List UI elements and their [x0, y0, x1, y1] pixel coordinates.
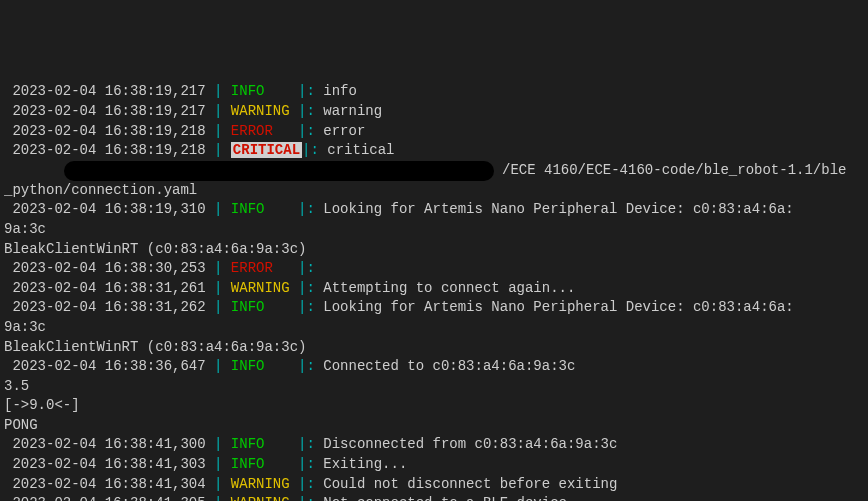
level-padding	[264, 83, 298, 99]
separator: |:	[298, 201, 323, 217]
log-message: Not connected to a BLE device	[323, 495, 567, 501]
separator: |	[206, 299, 231, 315]
log-line: 2023-02-04 16:38:31,262 | INFO |: Lookin…	[4, 298, 864, 318]
separator: |	[206, 358, 231, 374]
separator: |:	[298, 436, 323, 452]
separator: |:	[298, 280, 323, 296]
level-padding	[290, 103, 298, 119]
timestamp: 2023-02-04 16:38:36,647	[4, 358, 206, 374]
timestamp: 2023-02-04 16:38:41,304	[4, 476, 206, 492]
timestamp: 2023-02-04 16:38:19,217	[4, 83, 206, 99]
log-level: INFO	[231, 436, 265, 452]
level-padding	[264, 201, 298, 217]
separator: |:	[298, 456, 323, 472]
log-message: error	[323, 123, 365, 139]
separator: |:	[302, 142, 327, 158]
separator: |:	[298, 299, 323, 315]
log-line: 2023-02-04 16:38:19,217 | WARNING |: war…	[4, 102, 864, 122]
log-message: Looking for Artemis Nano Peripheral Devi…	[323, 201, 793, 217]
separator: |	[206, 495, 231, 501]
log-line: 2023-02-04 16:38:19,218 | ERROR |: error	[4, 122, 864, 142]
separator: |	[206, 83, 231, 99]
log-continuation: 3.5	[4, 377, 864, 397]
log-line: 2023-02-04 16:38:41,300 | INFO |: Discon…	[4, 435, 864, 455]
log-message: Exiting...	[323, 456, 407, 472]
terminal-output: 2023-02-04 16:38:19,217 | INFO |: info 2…	[4, 82, 864, 501]
separator: |:	[298, 83, 323, 99]
log-level: WARNING	[231, 103, 290, 119]
log-line: 2023-02-04 16:38:31,261 | WARNING |: Att…	[4, 279, 864, 299]
log-level: ERROR	[231, 260, 273, 276]
log-message: Looking for Artemis Nano Peripheral Devi…	[323, 299, 793, 315]
log-level: WARNING	[231, 476, 290, 492]
separator: |	[206, 103, 231, 119]
log-level: INFO	[231, 299, 265, 315]
log-message: info	[323, 83, 357, 99]
separator: |	[206, 280, 231, 296]
separator: |	[206, 476, 231, 492]
timestamp: 2023-02-04 16:38:41,300	[4, 436, 206, 452]
log-continuation: [->9.0<-]	[4, 396, 864, 416]
log-level: INFO	[231, 358, 265, 374]
separator: |:	[298, 495, 323, 501]
separator: |:	[298, 476, 323, 492]
log-line: 2023-02-04 16:38:36,647 | INFO |: Connec…	[4, 357, 864, 377]
timestamp: 2023-02-04 16:38:31,261	[4, 280, 206, 296]
log-line: 2023-02-04 16:38:19,310 | INFO |: Lookin…	[4, 200, 864, 220]
timestamp: 2023-02-04 16:38:19,310	[4, 201, 206, 217]
timestamp: 2023-02-04 16:38:41,303	[4, 456, 206, 472]
level-padding	[264, 436, 298, 452]
log-level: INFO	[231, 456, 265, 472]
separator: |:	[298, 260, 323, 276]
level-padding	[264, 299, 298, 315]
log-level: ERROR	[231, 123, 273, 139]
log-message: warning	[323, 103, 382, 119]
log-line: 2023-02-04 16:38:19,218 | CRITICAL|: cri…	[4, 141, 864, 161]
separator: |	[206, 260, 231, 276]
log-continuation: BleakClientWinRT (c0:83:a4:6a:9a:3c)	[4, 338, 864, 358]
separator: |	[206, 456, 231, 472]
log-line: 2023-02-04 16:38:19,217 | INFO |: info	[4, 82, 864, 102]
log-level: INFO	[231, 201, 265, 217]
level-padding	[290, 280, 298, 296]
redaction-bar	[64, 161, 494, 181]
log-message: Attempting to connect again...	[323, 280, 575, 296]
separator: |:	[298, 103, 323, 119]
log-level: INFO	[231, 83, 265, 99]
level-padding	[290, 476, 298, 492]
level-padding	[264, 456, 298, 472]
separator: |	[206, 436, 231, 452]
log-continuation: BleakClientWinRT (c0:83:a4:6a:9a:3c)	[4, 240, 864, 260]
log-level: WARNING	[231, 280, 290, 296]
separator: |	[206, 123, 231, 139]
separator: |:	[298, 123, 323, 139]
path-fragment: /ECE 4160/ECE-4160-code/ble_robot-1.1/bl…	[502, 161, 846, 181]
separator: |	[206, 142, 231, 158]
log-line: 2023-02-04 16:38:41,304 | WARNING |: Cou…	[4, 475, 864, 495]
log-message: Connected to c0:83:a4:6a:9a:3c	[323, 358, 575, 374]
level-padding	[264, 358, 298, 374]
log-message: critical	[327, 142, 394, 158]
timestamp: 2023-02-04 16:38:30,253	[4, 260, 206, 276]
log-message: Could not disconnect before exiting	[323, 476, 617, 492]
timestamp: 2023-02-04 16:38:19,218	[4, 142, 206, 158]
separator: |	[206, 201, 231, 217]
separator: |:	[298, 358, 323, 374]
log-continuation: 9a:3c	[4, 318, 864, 338]
log-message: Disconnected from c0:83:a4:6a:9a:3c	[323, 436, 617, 452]
log-continuation: _python/connection.yaml	[4, 181, 864, 201]
log-continuation: 9a:3c	[4, 220, 864, 240]
level-padding	[273, 260, 298, 276]
timestamp: 2023-02-04 16:38:41,305	[4, 495, 206, 501]
log-line: 2023-02-04 16:38:30,253 | ERROR |:	[4, 259, 864, 279]
redacted-line: /ECE 4160/ECE-4160-code/ble_robot-1.1/bl…	[4, 161, 864, 181]
timestamp: 2023-02-04 16:38:31,262	[4, 299, 206, 315]
level-padding	[273, 123, 298, 139]
log-line: 2023-02-04 16:38:41,303 | INFO |: Exitin…	[4, 455, 864, 475]
log-level: CRITICAL	[231, 142, 302, 158]
level-padding	[290, 495, 298, 501]
log-level: WARNING	[231, 495, 290, 501]
timestamp: 2023-02-04 16:38:19,218	[4, 123, 206, 139]
log-line: 2023-02-04 16:38:41,305 | WARNING |: Not…	[4, 494, 864, 501]
timestamp: 2023-02-04 16:38:19,217	[4, 103, 206, 119]
